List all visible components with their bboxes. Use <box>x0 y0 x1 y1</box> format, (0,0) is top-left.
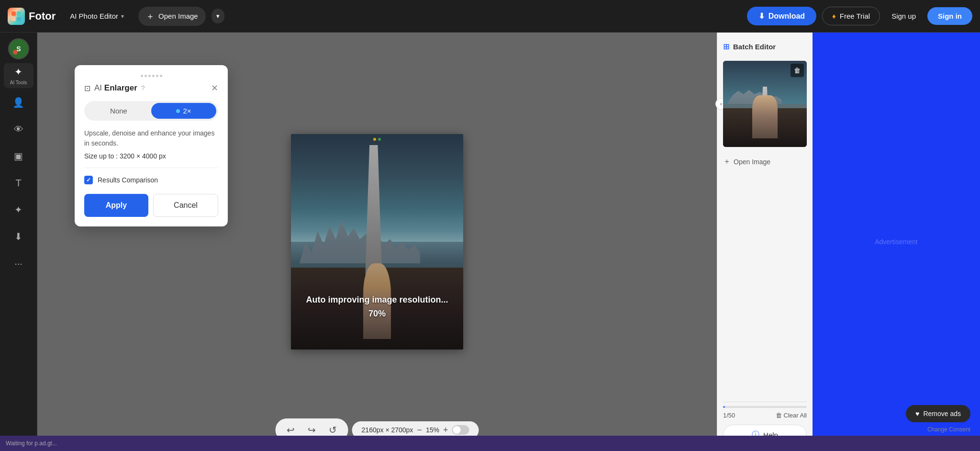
ai-enlarger-modal: ⊡ AI Enlarger ? ✕ None 2× Upscale, denoi… <box>75 65 228 226</box>
enlarger-icon: ⊡ <box>84 84 90 93</box>
sidebar-item-stickers[interactable]: ⬇ <box>4 224 33 249</box>
drag-dot-4 <box>152 75 155 77</box>
effects-icon: 👁 <box>14 124 23 135</box>
drag-dot-3 <box>148 75 151 77</box>
signup-label: Sign up <box>891 12 916 20</box>
modal-option-none[interactable]: None <box>86 103 151 119</box>
thumbnail-person <box>752 95 778 138</box>
open-image-button[interactable]: ＋ Open Image <box>138 7 206 26</box>
sidebar-item-beauty[interactable]: 👤 <box>4 90 33 115</box>
canvas-area: ⊡ AI Enlarger ? ✕ None 2× Upscale, denoi… <box>37 33 717 451</box>
remove-ads-button[interactable]: ♥ Remove ads <box>906 405 970 422</box>
change-consent-link[interactable]: Change Consent <box>927 426 970 433</box>
plus-icon: ＋ <box>146 11 155 22</box>
chevron-down-icon: ▾ <box>121 13 124 20</box>
thumbnail-container: ‹ 🗑 <box>723 61 807 147</box>
modal-checkbox-row: ✓ Results Comparison <box>84 176 218 184</box>
open-image-right-button[interactable]: ＋ Open Image <box>723 153 807 170</box>
modal-description: Upscale, denoise and enhance your images… <box>84 128 218 148</box>
processing-status: Auto improving image resolution... <box>306 293 448 307</box>
modal-title-main: Enlarger <box>104 83 137 92</box>
modal-divider <box>84 168 218 168</box>
clear-all-label: Clear All <box>784 412 807 419</box>
modal-close-button[interactable]: ✕ <box>211 83 218 93</box>
signup-button[interactable]: Sign up <box>886 8 922 24</box>
toggle-dot <box>176 109 180 113</box>
ai-tools-icon: ✦ <box>14 66 22 78</box>
drag-dot-5 <box>156 75 158 77</box>
ai-photo-editor-button[interactable]: AI Photo Editor ▾ <box>65 9 129 23</box>
zoom-out-button[interactable]: − <box>417 425 422 435</box>
open-image-caret-button[interactable]: ▾ <box>212 9 224 23</box>
cancel-button[interactable]: Cancel <box>153 194 218 217</box>
batch-editor-header[interactable]: ⊞ Batch Editor <box>723 38 807 55</box>
sidebar-item-label-ai-tools: AI Tools <box>10 80 27 85</box>
left-sidebar: S ✦ AI Tools 👤 👁 ▣ T ✦ ⬇ ··· <box>0 33 37 451</box>
modal-option-2x[interactable]: 2× <box>151 103 216 119</box>
progress-bar-background <box>723 406 807 408</box>
batch-editor-icon: ⊞ <box>723 42 729 51</box>
crown-icon: ♦ <box>832 12 836 20</box>
modal-size: Size up to : 3200 × 4000 px <box>84 152 218 160</box>
results-comparison-label: Results Comparison <box>98 176 158 184</box>
signin-label: Sign in <box>938 12 962 20</box>
navbar: Fotor AI Photo Editor ▾ ＋ Open Image ▾ ⬇… <box>0 0 980 33</box>
avatar[interactable]: S <box>8 38 29 59</box>
right-sidebar: ⊞ Batch Editor ‹ 🗑 ＋ Open Image <box>717 33 813 451</box>
more-icon: ··· <box>14 258 22 269</box>
image-size-label: 2160px × 2700px <box>362 426 413 434</box>
sidebar-item-ai-tools[interactable]: ✦ AI Tools <box>4 63 33 88</box>
trash-icon-small: 🗑 <box>776 412 782 419</box>
modal-toggle-group: None 2× <box>84 101 218 121</box>
canvas-background: Auto improving image resolution... 70% <box>291 134 463 350</box>
toggle-knob <box>453 426 460 434</box>
modal-header: ⊡ AI Enlarger ? ✕ <box>84 83 218 93</box>
text-icon: T <box>15 178 21 189</box>
ad-panel: Advertisement <box>813 33 980 451</box>
sidebar-item-elements[interactable]: ✦ <box>4 197 33 222</box>
modal-option-2x-label: 2× <box>183 107 191 115</box>
drag-dots <box>141 75 162 77</box>
svg-rect-3 <box>17 17 21 21</box>
download-button[interactable]: ⬇ Download <box>747 7 816 25</box>
download-label: Download <box>768 12 805 21</box>
zoom-in-button[interactable]: + <box>443 425 448 435</box>
clear-all-button[interactable]: 🗑 Clear All <box>776 412 807 419</box>
free-trial-button[interactable]: ♦ Free Trial <box>822 7 880 25</box>
processing-percent: 70% <box>306 307 448 321</box>
modal-drag-handle[interactable] <box>84 75 218 77</box>
main-layout: S ✦ AI Tools 👤 👁 ▣ T ✦ ⬇ ··· <box>0 33 980 451</box>
plus-icon-right: ＋ <box>723 157 731 167</box>
modal-title-ai: AI <box>94 83 102 92</box>
results-comparison-checkbox[interactable]: ✓ <box>84 176 93 184</box>
drag-dot-1 <box>141 75 143 77</box>
status-bar: Waiting for p.ad.gt... <box>0 436 980 451</box>
svg-rect-2 <box>11 17 16 21</box>
modal-help-icon[interactable]: ? <box>141 84 145 92</box>
elements-icon: ✦ <box>14 204 22 215</box>
free-trial-label: Free Trial <box>840 12 870 20</box>
right-sidebar-spacer <box>723 170 807 402</box>
canvas-image: Auto improving image resolution... 70% <box>291 134 463 350</box>
sidebar-item-frames[interactable]: ▣ <box>4 144 33 169</box>
signin-button[interactable]: Sign in <box>927 7 972 25</box>
modal-title-area: ⊡ AI Enlarger ? <box>84 83 145 93</box>
thumbnail-delete-button[interactable]: 🗑 <box>791 64 804 77</box>
caret-down-icon: ▾ <box>216 12 220 20</box>
svg-point-6 <box>13 50 18 55</box>
processing-text: Auto improving image resolution... 70% <box>306 293 448 321</box>
processing-overlay: Auto improving image resolution... 70% <box>291 134 463 350</box>
view-toggle[interactable] <box>452 425 469 435</box>
fotor-logo-icon[interactable] <box>8 8 25 25</box>
modal-buttons: Apply Cancel <box>84 194 218 217</box>
sidebar-item-effects[interactable]: 👁 <box>4 117 33 142</box>
logo-area: Fotor <box>8 8 56 25</box>
sidebar-item-more[interactable]: ··· <box>4 251 33 276</box>
sidebar-item-text[interactable]: T <box>4 170 33 195</box>
remove-ads-label: Remove ads <box>923 410 961 417</box>
svg-rect-0 <box>11 11 16 16</box>
ad-placeholder: Advertisement <box>875 238 917 246</box>
apply-button[interactable]: Apply <box>84 194 148 217</box>
frames-icon: ▣ <box>14 150 23 162</box>
fotor-logo-text: Fotor <box>29 10 56 23</box>
